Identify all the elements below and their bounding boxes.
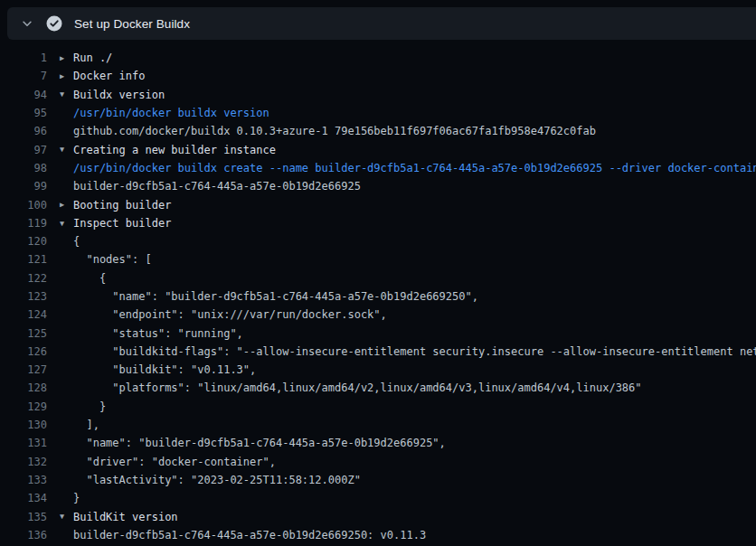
group-collapsed-icon[interactable]: ▶	[60, 54, 71, 62]
output-text: github.com/docker/buildx 0.10.3+azure-1 …	[73, 125, 596, 137]
log-line: 136builder-d9cfb5a1-c764-445a-a57e-0b19d…	[0, 526, 756, 544]
output-text: "buildkitd-flags": "--allow-insecure-ent…	[73, 345, 756, 358]
log-line: 99builder-d9cfb5a1-c764-445a-a57e-0b19d2…	[0, 177, 756, 195]
line-number[interactable]: 132	[0, 456, 47, 468]
line-number[interactable]: 134	[0, 492, 47, 504]
log-line: 123 "name": "builder-d9cfb5a1-c764-445a-…	[0, 287, 756, 306]
log-line: 119▼Inspect builder	[0, 214, 756, 232]
command-text: /usr/bin/docker buildx create --name bui…	[73, 162, 756, 174]
log-line: 120{	[0, 232, 756, 250]
log-line: 134}	[0, 489, 756, 507]
log-line: 98/usr/bin/docker buildx create --name b…	[0, 159, 756, 177]
output-text: }	[73, 400, 106, 413]
group-expanded-icon[interactable]: ▼	[60, 220, 71, 228]
step-header[interactable]: Set up Docker Buildx	[7, 7, 756, 40]
output-text: }	[73, 492, 80, 504]
command-text: /usr/bin/docker buildx version	[73, 107, 269, 119]
log-line: 127 "buildkit": "v0.11.3",	[0, 361, 756, 379]
log-line: 132 "driver": "docker-container",	[0, 453, 756, 471]
group-title[interactable]: Booting builder	[73, 199, 171, 212]
output-text: "buildkit": "v0.11.3",	[73, 363, 256, 376]
output-text: "status": "running",	[73, 327, 243, 340]
line-number[interactable]: 133	[0, 474, 47, 486]
line-number[interactable]: 130	[0, 419, 47, 431]
line-number[interactable]: 127	[0, 363, 47, 376]
group-title[interactable]: Creating a new builder instance	[73, 144, 276, 156]
log-line: 97▼Creating a new builder instance	[0, 140, 756, 158]
line-number[interactable]: 99	[0, 180, 47, 193]
group-title[interactable]: Inspect builder	[73, 217, 171, 230]
output-text: builder-d9cfb5a1-c764-445a-a57e-0b19d2e6…	[73, 180, 361, 193]
output-text: {	[73, 272, 106, 285]
output-text: "platforms": "linux/amd64,linux/amd64/v2…	[73, 381, 642, 394]
chevron-down-icon[interactable]	[20, 16, 34, 31]
log-line: 96github.com/docker/buildx 0.10.3+azure-…	[0, 122, 756, 140]
group-collapsed-icon[interactable]: ▶	[60, 72, 71, 80]
group-expanded-icon[interactable]: ▼	[60, 90, 71, 99]
line-number[interactable]: 94	[0, 89, 47, 101]
log-line: 94▼Buildx version	[0, 86, 756, 104]
output-text: "nodes": [	[73, 253, 152, 266]
line-number[interactable]: 98	[0, 162, 47, 174]
output-text: "name": "builder-d9cfb5a1-c764-445a-a57e…	[73, 437, 446, 449]
line-number[interactable]: 95	[0, 107, 47, 119]
output-text: ],	[73, 419, 99, 431]
line-number[interactable]: 122	[0, 272, 47, 285]
line-number[interactable]: 125	[0, 327, 47, 340]
line-number[interactable]: 128	[0, 381, 47, 394]
log-line: 7▶Docker info	[0, 67, 756, 85]
group-title[interactable]: Run ./	[73, 52, 112, 64]
log-lines-container: 1▶Run ./7▶Docker info94▼Buildx version95…	[0, 49, 756, 546]
group-collapsed-icon[interactable]: ▶	[60, 201, 71, 209]
log-line: 95/usr/bin/docker buildx version	[0, 104, 756, 122]
log-line: 131 "name": "builder-d9cfb5a1-c764-445a-…	[0, 434, 756, 452]
output-text: {	[73, 235, 80, 248]
output-text: "name": "builder-d9cfb5a1-c764-445a-a57e…	[73, 290, 478, 303]
log-viewer: Set up Docker Buildx 1▶Run ./7▶Docker in…	[0, 0, 756, 546]
output-text: "driver": "docker-container",	[73, 456, 276, 468]
log-line: 1▶Run ./	[0, 49, 756, 67]
group-title[interactable]: Buildx version	[73, 89, 165, 101]
log-line: 129 }	[0, 398, 756, 416]
line-number[interactable]: 1	[0, 52, 47, 64]
line-number[interactable]: 120	[0, 235, 47, 248]
line-number[interactable]: 129	[0, 400, 47, 413]
log-line: 133 "lastActivity": "2023-02-25T11:58:12…	[0, 471, 756, 489]
output-text: "lastActivity": "2023-02-25T11:58:12.000…	[73, 474, 361, 486]
log-line: 128 "platforms": "linux/amd64,linux/amd6…	[0, 379, 756, 397]
group-title[interactable]: BuildKit version	[73, 511, 178, 523]
group-expanded-icon[interactable]: ▼	[60, 146, 71, 154]
line-number[interactable]: 123	[0, 290, 47, 303]
line-number[interactable]: 136	[0, 529, 47, 541]
line-number[interactable]: 124	[0, 308, 47, 321]
output-text: builder-d9cfb5a1-c764-445a-a57e-0b19d2e6…	[73, 529, 426, 541]
log-line: 126 "buildkitd-flags": "--allow-insecure…	[0, 343, 756, 361]
log-line: 125 "status": "running",	[0, 324, 756, 342]
line-number[interactable]: 97	[0, 144, 47, 156]
log-line: 100▶Booting builder	[0, 195, 756, 213]
log-line: 130 ],	[0, 416, 756, 434]
line-number[interactable]: 131	[0, 437, 47, 449]
line-number[interactable]: 126	[0, 345, 47, 358]
step-title: Set up Docker Buildx	[74, 17, 190, 31]
group-title[interactable]: Docker info	[73, 70, 145, 82]
output-text: "endpoint": "unix:///var/run/docker.sock…	[73, 308, 387, 321]
line-number[interactable]: 100	[0, 199, 47, 212]
line-number[interactable]: 96	[0, 125, 47, 137]
line-number[interactable]: 7	[0, 70, 47, 82]
check-circle-icon	[46, 15, 62, 32]
line-number[interactable]: 121	[0, 253, 47, 266]
log-line: 124 "endpoint": "unix:///var/run/docker.…	[0, 306, 756, 324]
line-number[interactable]: 119	[0, 217, 47, 230]
log-line: 122 {	[0, 269, 756, 287]
log-line: 121 "nodes": [	[0, 250, 756, 268]
log-line: 135▼BuildKit version	[0, 507, 756, 525]
group-expanded-icon[interactable]: ▼	[60, 513, 71, 521]
line-number[interactable]: 135	[0, 511, 47, 523]
